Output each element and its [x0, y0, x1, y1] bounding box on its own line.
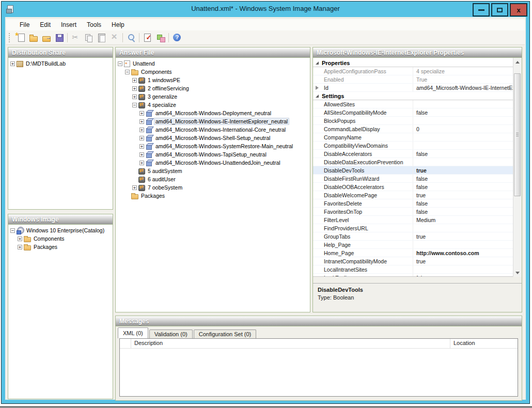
maximize-button[interactable] — [491, 3, 508, 17]
messages-tab[interactable]: XML (0) — [118, 327, 148, 338]
expander-icon[interactable]: + — [132, 185, 137, 190]
property-section-row[interactable]: Properties — [313, 59, 513, 67]
tree-item[interactable]: +amd64_Microsoft-Windows-SystemRestore-M… — [116, 142, 310, 150]
create-configuration-set-button[interactable] — [154, 32, 167, 44]
property-row[interactable]: FavoritesDeletefalse — [313, 199, 513, 208]
property-section-row[interactable]: Settings — [313, 92, 513, 100]
property-row[interactable]: DisableDevToolstrue — [313, 166, 513, 175]
tree-item[interactable]: −Components — [116, 68, 310, 76]
expander-icon[interactable]: + — [139, 144, 144, 149]
tree-item[interactable]: +D:\MDTBuildLab — [8, 59, 113, 68]
property-row[interactable]: CompatibilityViewDomains — [313, 142, 513, 150]
tree-item[interactable]: −Windows 10 Enterprise(Catalog) — [8, 226, 113, 234]
open-windows-image-button[interactable] — [40, 32, 53, 44]
expander-icon[interactable]: + — [139, 128, 144, 132]
expander-icon[interactable]: + — [139, 111, 144, 116]
row-collapsed-icon[interactable] — [316, 86, 319, 90]
property-value[interactable]: amd64_Microsoft-Windows-IE-InternetEx — [413, 85, 513, 91]
copy-button[interactable] — [82, 32, 95, 44]
help-button[interactable] — [170, 32, 183, 44]
property-value[interactable]: false — [413, 176, 513, 182]
save-answer-file-button[interactable] — [53, 32, 66, 44]
menu-file[interactable]: File — [14, 20, 35, 30]
expander-icon[interactable]: + — [139, 161, 144, 165]
property-row[interactable]: IntranetCompatibilityModetrue — [313, 257, 513, 265]
expander-icon[interactable]: + — [139, 136, 144, 140]
menu-tools[interactable]: Tools — [82, 20, 106, 30]
property-value[interactable]: http://www.contoso.com — [413, 250, 513, 256]
scroll-down-button[interactable] — [513, 269, 522, 277]
cut-button[interactable] — [69, 32, 82, 44]
property-value[interactable]: false — [413, 151, 513, 157]
tree-item[interactable]: +amd64_Microsoft-Windows-IE-InternetExpl… — [116, 117, 310, 125]
property-row[interactable]: GroupTabstrue — [313, 232, 513, 241]
property-value[interactable]: false — [413, 200, 513, 207]
property-value[interactable]: false — [413, 184, 513, 190]
expander-icon[interactable]: + — [139, 152, 144, 157]
expander-icon[interactable]: + — [139, 119, 144, 124]
property-row[interactable]: BlockPopups — [313, 117, 513, 125]
tree-item[interactable]: +3 generalize — [116, 92, 310, 101]
tree-item[interactable]: +amd64_Microsoft-Windows-Deployment_neut… — [116, 109, 310, 117]
close-button[interactable]: x — [510, 3, 527, 17]
tree-item[interactable]: +Components — [8, 234, 113, 243]
property-value[interactable]: Medium — [413, 217, 513, 223]
scroll-up-button[interactable] — [513, 58, 522, 66]
property-row[interactable]: CommandLabelDisplay0 — [313, 125, 513, 133]
tree-item[interactable]: +amd64_Microsoft-Windows-Shell-Setup_neu… — [116, 134, 310, 142]
property-value[interactable]: 0 — [413, 126, 513, 132]
menu-help[interactable]: Help — [106, 20, 130, 30]
expander-icon[interactable]: − — [10, 228, 15, 233]
tree-item[interactable]: +amd64_Microsoft-Windows-International-C… — [116, 125, 310, 134]
minimize-button[interactable] — [473, 3, 490, 17]
new-answer-file-button[interactable] — [14, 32, 27, 44]
tree-item[interactable]: +2 offlineServicing — [116, 84, 310, 92]
property-row[interactable]: FindProvidersURL — [313, 224, 513, 232]
tree-item[interactable]: −Unattend — [116, 59, 310, 68]
property-row[interactable]: CompanyName — [313, 133, 513, 142]
property-row[interactable]: DisableOOBAcceleratorsfalse — [313, 183, 513, 191]
tree-item[interactable]: +Packages — [8, 243, 113, 251]
property-row[interactable]: DisableWelcomePagetrue — [313, 191, 513, 199]
properties-scrollbar[interactable] — [513, 58, 522, 277]
property-row[interactable]: EnabledTrue — [313, 75, 513, 84]
expander-icon[interactable]: − — [125, 70, 130, 74]
section-expanded-icon[interactable] — [316, 95, 319, 98]
tree-item[interactable]: −4 specialize — [116, 101, 310, 109]
expander-icon[interactable]: + — [18, 245, 22, 249]
property-value[interactable]: true — [413, 233, 513, 240]
property-row[interactable]: Help_Page — [313, 241, 513, 249]
property-value[interactable]: true — [413, 192, 513, 198]
tree-item[interactable]: 6 auditUser — [116, 175, 310, 183]
expander-icon[interactable]: + — [18, 237, 22, 241]
tree-item[interactable]: +1 windowsPE — [116, 76, 310, 84]
tree-item[interactable]: 5 auditSystem — [116, 167, 310, 175]
property-value[interactable]: false — [413, 275, 513, 277]
messages-tab[interactable]: Configuration Set (0) — [194, 329, 257, 338]
expander-icon[interactable]: + — [132, 78, 137, 83]
property-row[interactable]: AppliedConfigurationPass4 specialize — [313, 67, 513, 75]
property-row[interactable]: AllowedSites — [313, 100, 513, 108]
expander-icon[interactable]: + — [10, 61, 15, 66]
property-row[interactable]: FavoritesOnTopfalse — [313, 208, 513, 216]
tree-item[interactable]: +amd64_Microsoft-Windows-UnattendedJoin_… — [116, 159, 310, 167]
property-row[interactable]: Home_Pagehttp://www.contoso.com — [313, 249, 513, 257]
expander-icon[interactable]: − — [132, 103, 137, 107]
paste-button[interactable] — [95, 32, 108, 44]
property-value[interactable]: false — [413, 209, 513, 215]
column-header-description[interactable]: Description — [131, 339, 450, 348]
property-row[interactable]: LockToolbarsfalse — [313, 274, 513, 277]
property-row[interactable]: DisableFirstRunWizardfalse — [313, 175, 513, 183]
property-value[interactable]: true — [413, 167, 513, 174]
tree-item[interactable]: +amd64_Microsoft-Windows-TapiSetup_neutr… — [116, 150, 310, 159]
expander-icon[interactable]: − — [118, 61, 122, 66]
delete-button[interactable] — [108, 32, 121, 44]
property-value[interactable]: false — [413, 109, 513, 116]
property-row[interactable]: LocalIntranetSites — [313, 265, 513, 274]
property-row[interactable]: Idamd64_Microsoft-Windows-IE-InternetEx — [313, 84, 513, 92]
validate-answer-file-button[interactable] — [141, 32, 154, 44]
property-row[interactable]: AllSitesCompatibilityModefalse — [313, 108, 513, 117]
menu-edit[interactable]: Edit — [35, 20, 56, 30]
expander-icon[interactable]: + — [132, 95, 137, 99]
expander-icon[interactable]: + — [132, 86, 137, 91]
